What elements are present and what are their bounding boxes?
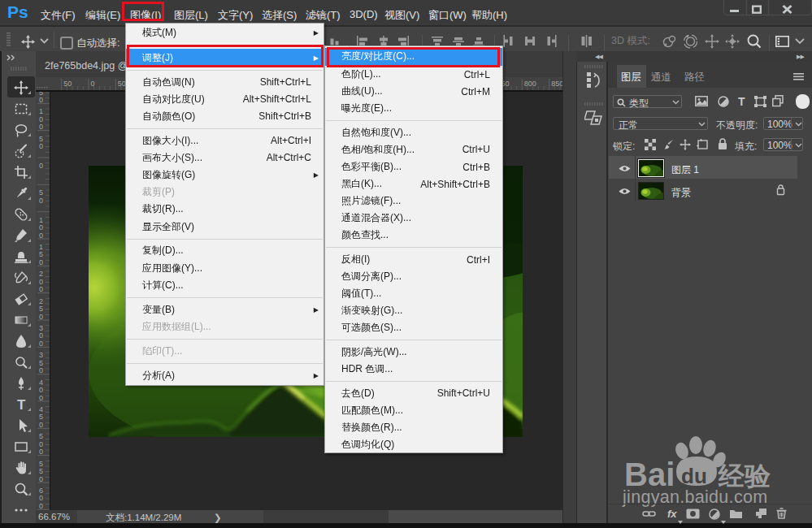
svg-text:0: 0 [39,386,43,394]
svg-text:0: 0 [39,278,43,286]
svg-text:5: 5 [39,359,43,367]
svg-text:0: 0 [39,340,43,348]
svg-text:经验: 经验 [718,461,771,491]
svg-text:0: 0 [39,223,43,232]
svg-text:0: 0 [39,96,43,104]
svg-text:5: 5 [39,188,43,197]
svg-text:0: 0 [39,162,43,170]
svg-text:850: 850 [551,80,562,88]
svg-text:1: 1 [39,243,43,251]
svg-text:50: 50 [63,80,72,88]
svg-text:1: 1 [39,216,43,224]
svg-text:5: 5 [39,305,43,313]
svg-text:T: T [17,397,26,413]
svg-text:0: 0 [39,232,43,240]
svg-text:0: 0 [39,313,43,321]
svg-text:0: 0 [39,448,43,456]
svg-text:0: 0 [39,421,43,429]
svg-text:0: 0 [39,123,43,131]
svg-text:2: 2 [39,297,43,305]
svg-text:0: 0 [39,197,43,205]
svg-text:0: 0 [39,475,43,483]
svg-text:5: 5 [39,250,43,258]
svg-text:0: 0 [39,366,43,374]
svg-text:800: 800 [524,80,536,88]
svg-text:5: 5 [39,460,43,468]
svg-text:0: 0 [39,440,43,448]
svg-text:0: 0 [39,142,43,150]
svg-text:4: 4 [39,405,43,413]
svg-text:5: 5 [39,413,43,421]
svg-text:0: 0 [39,258,43,266]
svg-text:0: 0 [39,115,43,123]
svg-text:5: 5 [39,432,43,440]
svg-text:0: 0 [39,394,43,402]
svg-text:0: 0 [39,502,43,510]
svg-text:0: 0 [39,494,43,502]
svg-text:0: 0 [39,331,43,340]
svg-text:3: 3 [39,351,43,359]
svg-text:2: 2 [39,270,43,278]
svg-text:5: 5 [39,467,43,475]
svg-text:6: 6 [39,487,43,495]
svg-text:du: du [681,464,707,488]
svg-text:1: 1 [39,107,43,115]
svg-text:3: 3 [39,324,43,332]
svg-text:0: 0 [39,285,43,293]
svg-text:5: 5 [39,135,43,143]
svg-text:4: 4 [39,379,43,387]
